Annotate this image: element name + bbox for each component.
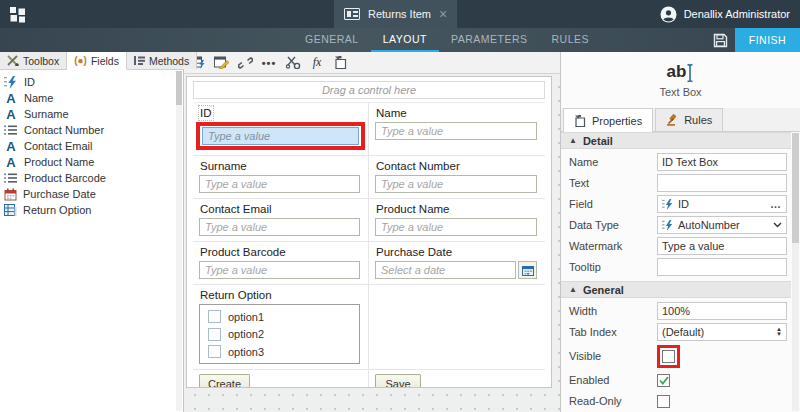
tab-properties[interactable]: Properties	[563, 108, 653, 132]
app-menu-icon[interactable]	[9, 5, 27, 23]
width-input[interactable]: 100%	[657, 302, 787, 320]
link-icon[interactable]	[236, 55, 254, 71]
cell-product-name[interactable]: Product Name Type a value	[369, 199, 545, 242]
table-row: ID Type a value Name Type a value	[193, 103, 545, 156]
autonumber-icon	[662, 199, 674, 210]
textbox-id[interactable]: Type a value	[202, 127, 359, 145]
checkbox-option1[interactable]: option1	[208, 310, 351, 323]
scrollbar-thumb[interactable]	[176, 71, 182, 105]
watermark-input[interactable]: Type a value	[657, 237, 787, 255]
format-icon[interactable]	[284, 55, 302, 71]
cell-contact-email[interactable]: Contact Email Type a value	[193, 199, 369, 242]
cell-id[interactable]: ID Type a value	[193, 103, 369, 156]
create-button[interactable]: Create	[199, 374, 250, 388]
tab-general[interactable]: GENERAL	[293, 28, 371, 52]
cell-surname[interactable]: Surname Type a value	[193, 156, 369, 199]
checkbox-icon[interactable]	[208, 310, 221, 323]
ellipsis-picker-icon[interactable]: …	[770, 200, 782, 208]
edit-table-icon[interactable]	[212, 55, 230, 71]
textbox-product-name[interactable]: Type a value	[375, 218, 537, 236]
field-item-id[interactable]: ID	[0, 74, 183, 90]
cell-return-option[interactable]: Return Option option1 option2	[193, 285, 369, 370]
scrollbar-thumb[interactable]	[792, 133, 799, 243]
field-item-contact-number[interactable]: Contact Number	[0, 122, 183, 138]
tab-fields[interactable]: (●) Fields	[67, 52, 127, 70]
tab-parameters[interactable]: PARAMETERS	[439, 28, 540, 52]
chevron-down-icon[interactable]	[773, 222, 782, 228]
main-area: Toolbox (●) Fields Methods	[0, 52, 800, 412]
field-item-contact-email[interactable]: A Contact Email	[0, 138, 183, 154]
field-item-product-barcode[interactable]: Product Barcode	[0, 170, 183, 186]
cell-empty[interactable]	[369, 285, 545, 370]
drop-zone[interactable]: Drag a control here	[193, 81, 545, 99]
close-tab-icon[interactable]: ×	[439, 7, 447, 21]
checkbox-icon[interactable]	[208, 328, 221, 341]
tab-rules[interactable]: RULES	[540, 28, 602, 52]
field-item-product-name[interactable]: A Product Name	[0, 154, 183, 170]
field-label-product-barcode: Product Barcode	[200, 246, 360, 258]
checkbox-option2[interactable]: option2	[208, 328, 351, 341]
properties-scrollbar[interactable]	[792, 133, 799, 411]
field-item-surname[interactable]: A Surname	[0, 106, 183, 122]
save-button[interactable]	[705, 28, 735, 52]
cell-contact-number[interactable]: Contact Number Type a value	[369, 156, 545, 199]
tab-methods[interactable]: Methods	[127, 52, 197, 69]
checkbox-icon[interactable]	[208, 345, 221, 358]
form-table: ID Type a value Name Type a value	[193, 102, 545, 388]
property-label: Watermark	[569, 240, 657, 252]
left-panel-scrollbar[interactable]	[176, 71, 182, 411]
save-form-button[interactable]: Save	[375, 374, 421, 388]
option-label: option3	[228, 346, 264, 358]
field-picker[interactable]: ID …	[657, 195, 787, 213]
tab-index-spinner[interactable]: (Default) ▲▼	[657, 323, 787, 341]
data-type-dropdown[interactable]: AutoNumber	[657, 216, 787, 234]
tab-methods-label: Methods	[149, 55, 189, 67]
field-item-label: Product Name	[24, 156, 94, 168]
read-only-checkbox[interactable]	[657, 395, 670, 408]
cell-create[interactable]: Create	[193, 370, 369, 388]
enabled-checkbox[interactable]	[657, 374, 670, 387]
cell-product-barcode[interactable]: Product Barcode Type a value	[193, 242, 369, 285]
field-item-name[interactable]: A Name	[0, 90, 183, 106]
field-item-purchase-date[interactable]: Purchase Date	[0, 186, 183, 202]
cell-name[interactable]: Name Type a value	[369, 103, 545, 156]
checkbox-option3[interactable]: option3	[208, 345, 351, 358]
tab-toolbox[interactable]: Toolbox	[0, 52, 67, 69]
section-detail[interactable]: ▲ Detail	[561, 132, 791, 149]
spinner-icons[interactable]: ▲▼	[776, 327, 782, 337]
section-general[interactable]: ▲ General	[561, 281, 791, 298]
gavel-icon	[666, 114, 679, 126]
textbox-contact-email[interactable]: Type a value	[199, 218, 360, 236]
cell-save[interactable]: Save	[369, 370, 545, 388]
ellipsis-icon[interactable]: •••	[260, 55, 278, 71]
textbox-surname[interactable]: Type a value	[199, 175, 360, 193]
tab-rules-panel[interactable]: Rules	[655, 108, 723, 131]
field-item-label: Return Option	[23, 204, 91, 216]
paste-icon[interactable]	[332, 55, 350, 71]
field-label-purchase-date: Purchase Date	[376, 246, 537, 258]
textbox-contact-number[interactable]: Type a value	[375, 175, 537, 193]
item-view[interactable]: Drag a control here ID Type a value	[186, 76, 552, 388]
property-row-tab-index: Tab Index (Default) ▲▼	[561, 322, 791, 342]
datepicker-purchase-date[interactable]: Select a date	[375, 261, 516, 279]
document-tab-returns-item[interactable]: Returns Item ×	[334, 0, 457, 28]
name-input[interactable]: ID Text Box	[657, 153, 787, 171]
cell-purchase-date[interactable]: Purchase Date Select a date	[369, 242, 545, 285]
topbar: Returns Item × Denallix Administrator	[0, 0, 800, 28]
ibeam-cursor-icon	[686, 63, 694, 83]
tab-layout[interactable]: LAYOUT	[371, 28, 439, 52]
text-input[interactable]	[657, 174, 787, 192]
tooltip-input[interactable]	[657, 258, 787, 276]
checkbox-list-return-option[interactable]: option1 option2 option3	[199, 304, 360, 364]
property-label: Enabled	[569, 374, 657, 386]
calendar-button[interactable]	[518, 261, 537, 279]
visible-checkbox[interactable]	[662, 350, 675, 363]
expression-fx-icon[interactable]: fx	[308, 55, 326, 71]
user-menu[interactable]: Denallix Administrator	[660, 0, 790, 28]
finish-button[interactable]: FINISH	[735, 28, 800, 52]
canvas-surface[interactable]: Drag a control here ID Type a value	[184, 74, 560, 412]
field-item-return-option[interactable]: Return Option	[0, 202, 183, 218]
textbox-name[interactable]: Type a value	[375, 122, 537, 140]
textbox-product-barcode[interactable]: Type a value	[199, 261, 360, 279]
table-row: Return Option option1 option2	[193, 285, 545, 370]
